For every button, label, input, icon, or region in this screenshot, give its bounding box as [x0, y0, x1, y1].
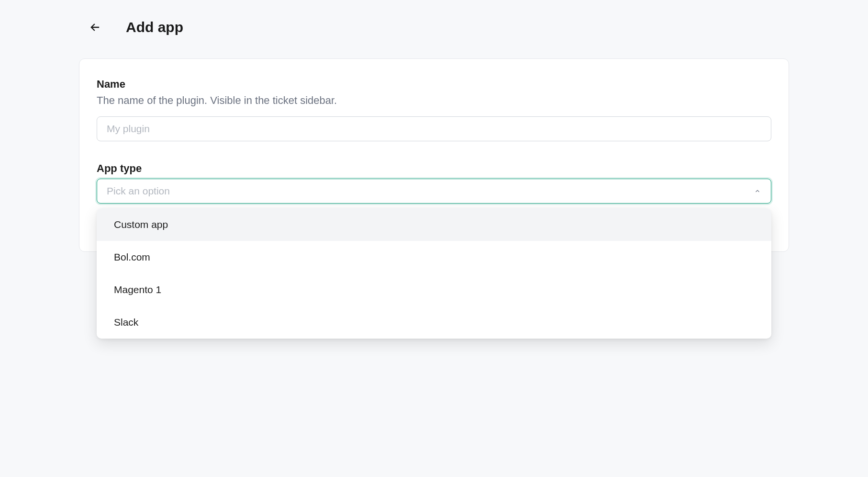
form-card: Name The name of the plugin. Visible in … — [79, 58, 789, 252]
dropdown-option-magento-1[interactable]: Magento 1 — [97, 273, 771, 306]
dropdown-option-custom-app[interactable]: Custom app — [97, 208, 771, 241]
name-label: Name — [97, 78, 771, 91]
app-type-select[interactable]: Pick an option — [97, 179, 771, 204]
dropdown-option-slack[interactable]: Slack — [97, 306, 771, 339]
page-header: Add app — [79, 19, 789, 35]
chevron-up-icon — [754, 187, 761, 195]
app-type-field-group: App type Pick an option Custom app Bol.c… — [97, 162, 771, 204]
dropdown-option-bol-com[interactable]: Bol.com — [97, 241, 771, 273]
name-field-group: Name The name of the plugin. Visible in … — [97, 78, 771, 141]
back-arrow-icon[interactable] — [89, 21, 102, 34]
app-type-select-wrapper: Pick an option Custom app Bol.com Magent… — [97, 179, 771, 204]
page-container: Add app Name The name of the plugin. Vis… — [79, 0, 789, 252]
app-type-dropdown: Custom app Bol.com Magento 1 Slack — [97, 208, 771, 339]
name-helper-text: The name of the plugin. Visible in the t… — [97, 94, 771, 107]
app-type-placeholder: Pick an option — [107, 185, 170, 197]
name-input[interactable] — [97, 116, 771, 141]
page-title: Add app — [126, 19, 183, 35]
app-type-label: App type — [97, 162, 771, 175]
